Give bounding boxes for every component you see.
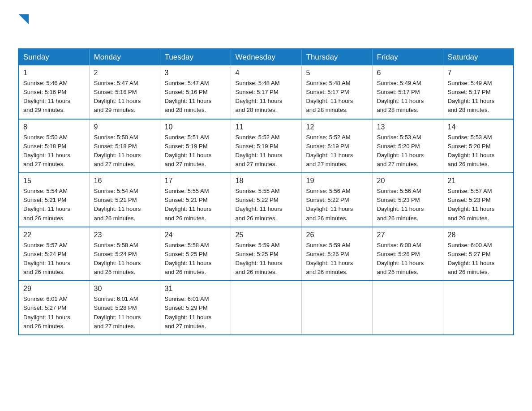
week-row-4: 22 Sunrise: 5:57 AMSunset: 5:24 PMDaylig… xyxy=(18,227,514,281)
calendar-cell: 17 Sunrise: 5:55 AMSunset: 5:21 PMDaylig… xyxy=(160,173,231,227)
day-info: Sunrise: 5:56 AMSunset: 5:22 PMDaylight:… xyxy=(306,187,368,223)
week-row-5: 29 Sunrise: 6:01 AMSunset: 5:27 PMDaylig… xyxy=(18,281,514,335)
day-number: 18 xyxy=(236,177,297,185)
day-info: Sunrise: 5:46 AMSunset: 5:16 PMDaylight:… xyxy=(23,79,85,115)
day-number: 8 xyxy=(23,123,85,131)
calendar-cell: 21 Sunrise: 5:57 AMSunset: 5:23 PMDaylig… xyxy=(443,173,514,227)
calendar-cell: 22 Sunrise: 5:57 AMSunset: 5:24 PMDaylig… xyxy=(18,227,89,281)
calendar-cell xyxy=(301,281,372,335)
day-info: Sunrise: 6:00 AMSunset: 5:26 PMDaylight:… xyxy=(377,241,438,277)
col-header-sunday: Sunday xyxy=(18,49,89,65)
col-header-thursday: Thursday xyxy=(301,49,372,65)
calendar-cell: 19 Sunrise: 5:56 AMSunset: 5:22 PMDaylig… xyxy=(301,173,372,227)
calendar-cell xyxy=(231,281,301,335)
calendar-cell: 23 Sunrise: 5:58 AMSunset: 5:24 PMDaylig… xyxy=(89,227,160,281)
day-info: Sunrise: 5:48 AMSunset: 5:17 PMDaylight:… xyxy=(306,79,368,115)
calendar-cell: 11 Sunrise: 5:52 AMSunset: 5:19 PMDaylig… xyxy=(231,119,301,173)
calendar-cell: 10 Sunrise: 5:51 AMSunset: 5:19 PMDaylig… xyxy=(160,119,231,173)
day-info: Sunrise: 5:59 AMSunset: 5:25 PMDaylight:… xyxy=(236,241,297,277)
day-info: Sunrise: 5:53 AMSunset: 5:20 PMDaylight:… xyxy=(448,133,509,169)
day-number: 15 xyxy=(23,177,85,185)
day-number: 19 xyxy=(306,177,368,185)
calendar-table: SundayMondayTuesdayWednesdayThursdayFrid… xyxy=(18,48,514,335)
calendar-cell: 15 Sunrise: 5:54 AMSunset: 5:21 PMDaylig… xyxy=(18,173,89,227)
calendar-cell: 30 Sunrise: 6:01 AMSunset: 5:28 PMDaylig… xyxy=(89,281,160,335)
calendar-cell: 31 Sunrise: 6:01 AMSunset: 5:29 PMDaylig… xyxy=(160,281,231,335)
day-info: Sunrise: 5:54 AMSunset: 5:21 PMDaylight:… xyxy=(94,187,155,223)
day-number: 16 xyxy=(94,177,155,185)
day-info: Sunrise: 5:53 AMSunset: 5:20 PMDaylight:… xyxy=(377,133,438,169)
day-number: 20 xyxy=(377,177,438,185)
day-info: Sunrise: 5:58 AMSunset: 5:25 PMDaylight:… xyxy=(165,241,226,277)
day-info: Sunrise: 5:57 AMSunset: 5:24 PMDaylight:… xyxy=(23,241,85,277)
day-info: Sunrise: 6:00 AMSunset: 5:27 PMDaylight:… xyxy=(448,241,509,277)
calendar-cell xyxy=(372,281,443,335)
week-row-3: 15 Sunrise: 5:54 AMSunset: 5:21 PMDaylig… xyxy=(18,173,514,227)
calendar-cell: 28 Sunrise: 6:00 AMSunset: 5:27 PMDaylig… xyxy=(443,227,514,281)
logo xyxy=(18,13,29,39)
col-header-wednesday: Wednesday xyxy=(231,49,301,65)
calendar-cell: 26 Sunrise: 5:59 AMSunset: 5:26 PMDaylig… xyxy=(301,227,372,281)
calendar-cell: 7 Sunrise: 5:49 AMSunset: 5:17 PMDayligh… xyxy=(443,65,514,119)
calendar-cell: 18 Sunrise: 5:55 AMSunset: 5:22 PMDaylig… xyxy=(231,173,301,227)
day-info: Sunrise: 5:48 AMSunset: 5:17 PMDaylight:… xyxy=(236,79,297,115)
day-number: 5 xyxy=(306,69,368,77)
day-info: Sunrise: 5:47 AMSunset: 5:16 PMDaylight:… xyxy=(94,79,155,115)
col-header-monday: Monday xyxy=(89,49,160,65)
day-info: Sunrise: 6:01 AMSunset: 5:29 PMDaylight:… xyxy=(165,295,226,331)
calendar-cell: 27 Sunrise: 6:00 AMSunset: 5:26 PMDaylig… xyxy=(372,227,443,281)
day-number: 27 xyxy=(377,231,438,239)
day-number: 14 xyxy=(448,123,509,131)
calendar-cell: 16 Sunrise: 5:54 AMSunset: 5:21 PMDaylig… xyxy=(89,173,160,227)
day-number: 13 xyxy=(377,123,438,131)
day-info: Sunrise: 6:01 AMSunset: 5:28 PMDaylight:… xyxy=(94,295,155,331)
day-number: 4 xyxy=(236,69,297,77)
day-number: 6 xyxy=(377,69,438,77)
calendar-cell: 13 Sunrise: 5:53 AMSunset: 5:20 PMDaylig… xyxy=(372,119,443,173)
calendar-cell: 3 Sunrise: 5:47 AMSunset: 5:16 PMDayligh… xyxy=(160,65,231,119)
calendar-cell: 8 Sunrise: 5:50 AMSunset: 5:18 PMDayligh… xyxy=(18,119,89,173)
day-number: 22 xyxy=(23,231,85,239)
page-header xyxy=(18,13,514,39)
calendar-cell: 29 Sunrise: 6:01 AMSunset: 5:27 PMDaylig… xyxy=(18,281,89,335)
day-info: Sunrise: 5:52 AMSunset: 5:19 PMDaylight:… xyxy=(306,133,368,169)
day-info: Sunrise: 5:51 AMSunset: 5:19 PMDaylight:… xyxy=(165,133,226,169)
day-info: Sunrise: 5:57 AMSunset: 5:23 PMDaylight:… xyxy=(448,187,509,223)
calendar-cell: 5 Sunrise: 5:48 AMSunset: 5:17 PMDayligh… xyxy=(301,65,372,119)
day-info: Sunrise: 5:55 AMSunset: 5:22 PMDaylight:… xyxy=(236,187,297,223)
day-number: 3 xyxy=(165,69,226,77)
day-info: Sunrise: 5:52 AMSunset: 5:19 PMDaylight:… xyxy=(236,133,297,169)
col-header-saturday: Saturday xyxy=(443,49,514,65)
day-info: Sunrise: 5:49 AMSunset: 5:17 PMDaylight:… xyxy=(448,79,509,115)
day-number: 21 xyxy=(448,177,509,185)
day-info: Sunrise: 5:50 AMSunset: 5:18 PMDaylight:… xyxy=(94,133,155,169)
day-info: Sunrise: 5:47 AMSunset: 5:16 PMDaylight:… xyxy=(165,79,226,115)
calendar-header-row: SundayMondayTuesdayWednesdayThursdayFrid… xyxy=(18,49,514,65)
day-info: Sunrise: 5:49 AMSunset: 5:17 PMDaylight:… xyxy=(377,79,438,115)
day-info: Sunrise: 5:56 AMSunset: 5:23 PMDaylight:… xyxy=(377,187,438,223)
week-row-2: 8 Sunrise: 5:50 AMSunset: 5:18 PMDayligh… xyxy=(18,119,514,173)
day-number: 7 xyxy=(448,69,509,77)
day-number: 28 xyxy=(448,231,509,239)
calendar-cell: 4 Sunrise: 5:48 AMSunset: 5:17 PMDayligh… xyxy=(231,65,301,119)
day-info: Sunrise: 5:54 AMSunset: 5:21 PMDaylight:… xyxy=(23,187,85,223)
calendar-cell: 9 Sunrise: 5:50 AMSunset: 5:18 PMDayligh… xyxy=(89,119,160,173)
day-info: Sunrise: 5:58 AMSunset: 5:24 PMDaylight:… xyxy=(94,241,155,277)
calendar-cell: 12 Sunrise: 5:52 AMSunset: 5:19 PMDaylig… xyxy=(301,119,372,173)
day-number: 25 xyxy=(236,231,297,239)
day-info: Sunrise: 5:50 AMSunset: 5:18 PMDaylight:… xyxy=(23,133,85,169)
day-number: 11 xyxy=(236,123,297,131)
calendar-cell: 6 Sunrise: 5:49 AMSunset: 5:17 PMDayligh… xyxy=(372,65,443,119)
day-number: 24 xyxy=(165,231,226,239)
calendar-cell: 1 Sunrise: 5:46 AMSunset: 5:16 PMDayligh… xyxy=(18,65,89,119)
day-number: 9 xyxy=(94,123,155,131)
day-info: Sunrise: 5:55 AMSunset: 5:21 PMDaylight:… xyxy=(165,187,226,223)
day-number: 30 xyxy=(94,285,155,293)
svg-marker-0 xyxy=(19,14,29,24)
calendar-cell: 20 Sunrise: 5:56 AMSunset: 5:23 PMDaylig… xyxy=(372,173,443,227)
logo-triangle-icon xyxy=(19,14,29,24)
day-number: 1 xyxy=(23,69,85,77)
calendar-cell: 14 Sunrise: 5:53 AMSunset: 5:20 PMDaylig… xyxy=(443,119,514,173)
calendar-cell: 24 Sunrise: 5:58 AMSunset: 5:25 PMDaylig… xyxy=(160,227,231,281)
calendar-cell: 25 Sunrise: 5:59 AMSunset: 5:25 PMDaylig… xyxy=(231,227,301,281)
